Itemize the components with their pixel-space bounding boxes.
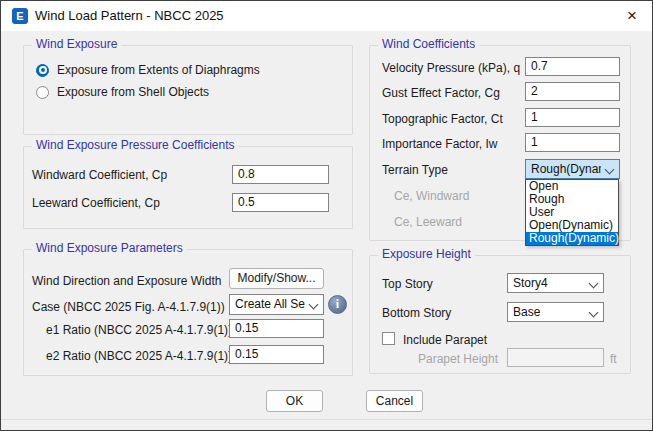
radio-label: Exposure from Shell Objects: [57, 85, 209, 99]
dialog-body: Wind Exposure Exposure from Extents of D…: [1, 31, 652, 430]
top-story-combo[interactable]: Story4: [507, 273, 604, 293]
radio-button-icon[interactable]: [36, 86, 49, 99]
importance-factor-label: Importance Factor, Iw: [382, 137, 497, 151]
ce-windward-label: Ce, Windward: [394, 189, 469, 203]
topographic-factor-label: Topographic Factor, Ct: [382, 112, 503, 126]
ok-button[interactable]: OK: [266, 390, 323, 412]
terrain-type-combo-value: Rough(Dynamic): [531, 160, 601, 178]
bottom-story-label: Bottom Story: [382, 306, 451, 320]
include-parapet-label: Include Parapet: [403, 333, 487, 347]
modify-show-button[interactable]: Modify/Show...: [229, 268, 324, 289]
cancel-button[interactable]: Cancel: [366, 390, 423, 412]
case-combo-value: Create All Sets: [235, 295, 305, 313]
chevron-down-icon: [589, 279, 599, 289]
bottom-divider: [1, 419, 652, 420]
e1-ratio-input[interactable]: 0.15: [229, 319, 324, 338]
dropdown-option-rough-dynamic[interactable]: Rough(Dynamic): [526, 232, 618, 245]
dialog-title: Wind Load Pattern - NBCC 2025: [35, 8, 224, 23]
wind-exposure-group: Wind Exposure Exposure from Extents of D…: [23, 45, 353, 135]
wind-load-pattern-dialog: E Wind Load Pattern - NBCC 2025 × Wind E…: [0, 0, 653, 431]
radio-label: Exposure from Extents of Diaphragms: [57, 63, 260, 77]
chevron-down-icon: [605, 165, 615, 175]
terrain-type-dropdown-list: Open Rough User Open(Dynamic) Rough(Dyna…: [525, 179, 619, 246]
exposure-height-group: Exposure Height Top Story Story4 Bottom …: [369, 255, 631, 374]
wind-exposure-group-title: Wind Exposure: [32, 37, 121, 51]
parapet-height-label: Parapet Height: [418, 352, 498, 366]
terrain-type-label: Terrain Type: [382, 163, 448, 177]
case-combo[interactable]: Create All Sets: [229, 294, 324, 315]
chevron-down-icon: [589, 308, 599, 318]
bottom-story-combo-value: Base: [513, 303, 585, 321]
windward-cp-label: Windward Coefficient, Cp: [32, 168, 167, 182]
top-story-combo-value: Story4: [513, 274, 585, 292]
close-icon[interactable]: ×: [620, 4, 644, 28]
e2-ratio-label: e2 Ratio (NBCC 2025 A-4.1.7.9(1)): [46, 349, 232, 363]
radio-exposure-diaphragms[interactable]: Exposure from Extents of Diaphragms: [36, 62, 260, 78]
leeward-cp-input[interactable]: 0.5: [232, 193, 329, 212]
topographic-factor-input[interactable]: 1: [525, 108, 620, 127]
gust-effect-label: Gust Effect Factor, Cg: [382, 86, 500, 100]
top-story-label: Top Story: [382, 277, 433, 291]
exposure-height-group-title: Exposure Height: [378, 247, 475, 261]
wind-coefficients-group: Wind Coefficients Velocity Pressure (kPa…: [369, 45, 631, 241]
parapet-height-input: [507, 348, 604, 367]
importance-factor-input[interactable]: 1: [525, 133, 620, 152]
include-parapet-checkbox[interactable]: [382, 332, 395, 345]
velocity-pressure-input[interactable]: 0.7: [525, 57, 620, 76]
info-icon[interactable]: i: [328, 295, 347, 314]
terrain-type-combo[interactable]: Rough(Dynamic): [525, 159, 620, 179]
etabs-logo-icon: E: [12, 8, 28, 24]
gust-effect-input[interactable]: 2: [525, 82, 620, 101]
chevron-down-icon: [309, 300, 319, 310]
bottom-story-combo[interactable]: Base: [507, 302, 604, 322]
radio-button-icon[interactable]: [36, 64, 49, 77]
wind-direction-label: Wind Direction and Exposure Width: [32, 274, 221, 288]
exposure-parameters-group: Wind Exposure Parameters Wind Direction …: [23, 249, 353, 376]
pressure-coefficients-group-title: Wind Exposure Pressure Coefficients: [32, 138, 239, 152]
radio-exposure-shell-objects[interactable]: Exposure from Shell Objects: [36, 84, 209, 100]
velocity-pressure-label: Velocity Pressure (kPa), q: [382, 61, 520, 75]
title-bar: E Wind Load Pattern - NBCC 2025 ×: [1, 1, 652, 31]
e1-ratio-label: e1 Ratio (NBCC 2025 A-4.1.7.9(1)): [46, 323, 232, 337]
case-label: Case (NBCC 2025 Fig. A-4.1.7.9(1)): [32, 300, 225, 314]
ce-leeward-label: Ce, Leeward: [394, 215, 462, 229]
pressure-coefficients-group: Wind Exposure Pressure Coefficients Wind…: [23, 146, 353, 229]
exposure-parameters-group-title: Wind Exposure Parameters: [32, 241, 187, 255]
windward-cp-input[interactable]: 0.8: [232, 165, 329, 184]
e2-ratio-input[interactable]: 0.15: [229, 345, 324, 364]
wind-coefficients-group-title: Wind Coefficients: [378, 37, 479, 51]
parapet-unit-label: ft: [610, 352, 617, 366]
leeward-cp-label: Leeward Coefficient, Cp: [32, 196, 160, 210]
